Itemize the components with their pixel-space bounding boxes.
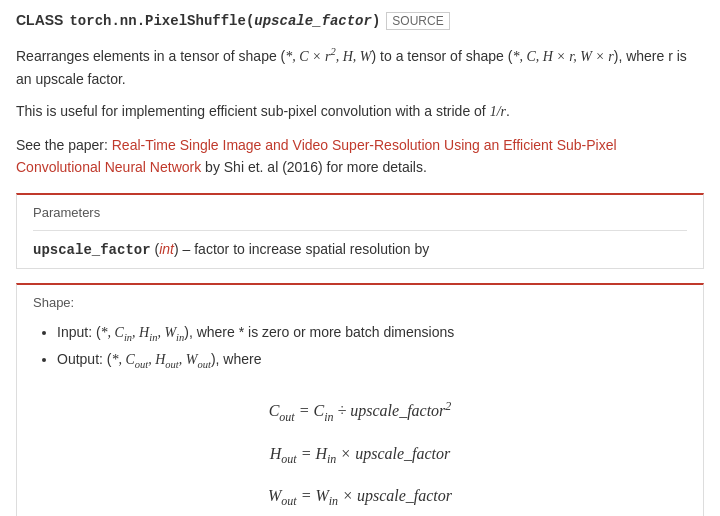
formula-c: Cout = Cin ÷ upscale_factor2 bbox=[33, 393, 687, 430]
parameters-title: Parameters bbox=[33, 205, 687, 220]
class-full-name: torch.nn.PixelShuffle(upscale_factor) bbox=[69, 13, 380, 29]
formula-h: Hout = Hin × upscale_factor bbox=[33, 436, 687, 473]
formulas-block: Cout = Cin ÷ upscale_factor2 Hout = Hin … bbox=[33, 393, 687, 515]
description-line2: This is useful for implementing efficien… bbox=[16, 100, 704, 123]
shape-title: Shape: bbox=[33, 295, 687, 310]
source-link[interactable]: SOURCE bbox=[386, 12, 449, 30]
class-param: upscale_factor bbox=[254, 13, 372, 29]
formula-w: Wout = Win × upscale_factor bbox=[33, 478, 687, 515]
description-line3: See the paper: Real-Time Single Image an… bbox=[16, 134, 704, 179]
shape-section: Shape: Input: (*, Cin, Hin, Win), where … bbox=[16, 283, 704, 516]
params-divider bbox=[33, 230, 687, 231]
param-description: – factor to increase spatial resolution … bbox=[183, 241, 430, 257]
shape-input: Input: (*, Cin, Hin, Win), where * is ze… bbox=[57, 320, 687, 348]
shape-list: Input: (*, Cin, Hin, Win), where * is ze… bbox=[33, 320, 687, 375]
class-keyword: CLASS bbox=[16, 12, 63, 28]
paper-link[interactable]: Real-Time Single Image and Video Super-R… bbox=[16, 137, 617, 175]
description-line1: Rearranges elements in a tensor of shape… bbox=[16, 44, 704, 90]
class-header: CLASS torch.nn.PixelShuffle(upscale_fact… bbox=[16, 12, 704, 30]
parameters-section: Parameters upscale_factor (int) – factor… bbox=[16, 193, 704, 269]
param-name: upscale_factor bbox=[33, 242, 151, 258]
parameter-entry: upscale_factor (int) – factor to increas… bbox=[33, 241, 687, 258]
shape-output: Output: (*, Cout, Hout, Wout), where bbox=[57, 347, 687, 375]
param-type: int bbox=[159, 241, 174, 257]
